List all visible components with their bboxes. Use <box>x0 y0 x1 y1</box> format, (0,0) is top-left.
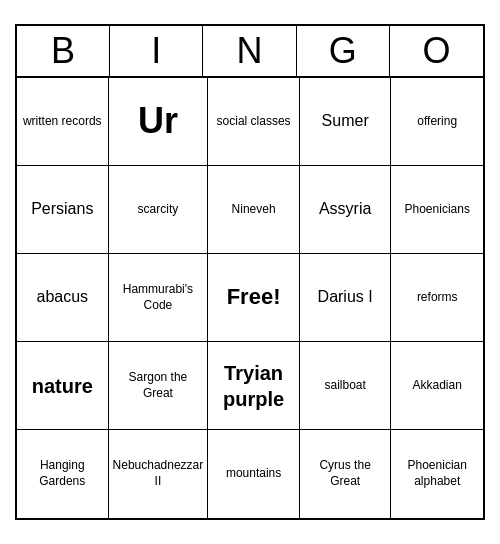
bingo-cell[interactable]: Ur <box>109 78 209 166</box>
bingo-cell[interactable]: written records <box>17 78 109 166</box>
header-letter: B <box>17 26 110 76</box>
bingo-cell[interactable]: Darius I <box>300 254 392 342</box>
bingo-header: BINGO <box>17 26 483 78</box>
bingo-cell[interactable]: Hammurabi's Code <box>109 254 209 342</box>
bingo-cell[interactable]: scarcity <box>109 166 209 254</box>
bingo-cell[interactable]: Phoenician alphabet <box>391 430 483 518</box>
header-letter: I <box>110 26 203 76</box>
bingo-cell[interactable]: Sargon the Great <box>109 342 209 430</box>
bingo-cell[interactable]: offering <box>391 78 483 166</box>
bingo-cell[interactable]: Sumer <box>300 78 392 166</box>
bingo-cell[interactable]: mountains <box>208 430 300 518</box>
bingo-cell[interactable]: sailboat <box>300 342 392 430</box>
bingo-cell[interactable]: Nebuchadnezzar II <box>109 430 209 518</box>
bingo-cell[interactable]: Cyrus the Great <box>300 430 392 518</box>
bingo-cell[interactable]: social classes <box>208 78 300 166</box>
bingo-cell[interactable]: nature <box>17 342 109 430</box>
bingo-grid: written recordsUrsocial classesSumeroffe… <box>17 78 483 518</box>
header-letter: N <box>203 26 296 76</box>
bingo-cell[interactable]: Nineveh <box>208 166 300 254</box>
header-letter: G <box>297 26 390 76</box>
bingo-cell[interactable]: Assyria <box>300 166 392 254</box>
bingo-cell[interactable]: Hanging Gardens <box>17 430 109 518</box>
bingo-cell[interactable]: abacus <box>17 254 109 342</box>
bingo-cell[interactable]: Persians <box>17 166 109 254</box>
bingo-cell[interactable]: Free! <box>208 254 300 342</box>
bingo-cell[interactable]: Phoenicians <box>391 166 483 254</box>
bingo-cell[interactable]: Akkadian <box>391 342 483 430</box>
header-letter: O <box>390 26 483 76</box>
bingo-card: BINGO written recordsUrsocial classesSum… <box>15 24 485 520</box>
bingo-cell[interactable]: reforms <box>391 254 483 342</box>
bingo-cell[interactable]: Tryian purple <box>208 342 300 430</box>
